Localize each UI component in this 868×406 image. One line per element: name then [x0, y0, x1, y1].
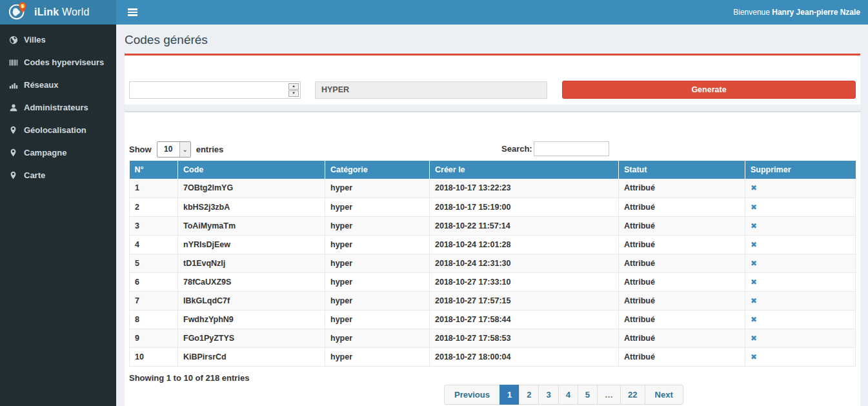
column-header-statut[interactable]: Statut — [619, 161, 745, 179]
sidebar-item-villes[interactable]: Villes — [0, 28, 116, 51]
spinner-down-icon[interactable]: ▼ — [288, 90, 299, 97]
column-header-supprimer[interactable]: Supprimer — [745, 161, 856, 179]
cell-created: 2018-10-24 12:31:30 — [430, 254, 619, 272]
cell-status: Attribué — [619, 235, 745, 254]
cell-status: Attribué — [619, 272, 745, 291]
table-footer: Showing 1 to 10 of 218 entries Previous1… — [129, 373, 856, 383]
sidebar-item-geolocalisation[interactable]: Géolocalisation — [0, 119, 116, 141]
cell-delete: ✖ — [745, 179, 856, 198]
globe-icon — [9, 36, 24, 45]
page-size-select[interactable]: 10 ⌄ — [157, 141, 191, 157]
quantity-field[interactable] — [130, 82, 285, 98]
pagination-page-1-button[interactable]: 1 — [500, 385, 520, 405]
pagination: Previous12345…22Next — [444, 385, 683, 405]
sidebar-item-reseaux[interactable]: Réseaux — [0, 74, 116, 96]
cell-created: 2018-10-17 13:22:23 — [430, 179, 619, 198]
cell-category: hyper — [325, 179, 430, 198]
sidebar-item-label: Campagne — [24, 148, 66, 157]
cell-status: Attribué — [619, 329, 745, 347]
cell-number: 3 — [130, 216, 178, 235]
map-marker-icon — [9, 148, 24, 157]
search-input[interactable] — [534, 141, 609, 156]
number-spinner: ▲ ▼ — [288, 83, 299, 97]
cell-status: Attribué — [619, 179, 745, 198]
delete-icon[interactable]: ✖ — [751, 221, 757, 230]
pagination-page-2-button[interactable]: 2 — [519, 385, 539, 405]
delete-icon[interactable]: ✖ — [751, 296, 757, 305]
delete-icon[interactable]: ✖ — [751, 352, 757, 361]
cell-delete: ✖ — [745, 291, 856, 310]
cell-category: hyper — [325, 198, 430, 216]
brand-logo[interactable]: $ iLink World — [0, 0, 116, 25]
sidebar-item-label: Réseaux — [24, 80, 58, 90]
cell-delete: ✖ — [745, 235, 856, 254]
cell-delete: ✖ — [745, 329, 856, 347]
sidebar: $ iLink World VillesCodes hyperviseursRé… — [0, 0, 116, 406]
generate-button[interactable]: Generate — [562, 81, 856, 99]
cell-status: Attribué — [619, 216, 745, 235]
delete-icon[interactable]: ✖ — [751, 203, 757, 212]
pagination-page-5-button[interactable]: 5 — [578, 385, 598, 405]
cell-number: 5 — [130, 254, 178, 272]
delete-icon[interactable]: ✖ — [751, 240, 757, 249]
cell-created: 2018-10-27 17:57:15 — [430, 291, 619, 310]
sidebar-item-codes-hyperviseurs[interactable]: Codes hyperviseurs — [0, 51, 116, 74]
sidebar-item-label: Carte — [24, 170, 45, 180]
search-label: Search: — [501, 144, 532, 154]
cell-status: Attribué — [619, 254, 745, 272]
cell-code: ToAiMymaTm — [178, 216, 325, 235]
cell-status: Attribué — [619, 198, 745, 216]
cell-created: 2018-10-22 11:57:14 — [430, 216, 619, 235]
category-input — [315, 81, 547, 99]
column-header-code[interactable]: Code — [178, 161, 325, 179]
pagination-next-button[interactable]: Next — [645, 385, 683, 405]
sidebar-item-label: Géolocalisation — [24, 125, 86, 135]
column-header-n[interactable]: N° — [130, 161, 178, 179]
sidebar-toggle-button[interactable] — [125, 5, 140, 19]
pagination-ellipsis: … — [597, 385, 621, 405]
entries-label: entries — [196, 145, 224, 154]
cell-number: 1 — [130, 179, 178, 198]
sidebar-item-label: Villes — [24, 35, 46, 45]
spinner-up-icon[interactable]: ▲ — [288, 83, 299, 90]
column-header-creer-le[interactable]: Créer le — [430, 161, 619, 179]
cell-code: kbHS2j3zbA — [178, 198, 325, 216]
bar-chart-icon — [9, 81, 24, 90]
show-label: Show — [129, 145, 152, 154]
delete-icon[interactable]: ✖ — [751, 259, 757, 268]
table-row: 10KiBPirsrCdhyper2018-10-27 18:00:04Attr… — [130, 347, 856, 366]
cell-created: 2018-10-17 15:19:00 — [430, 198, 619, 216]
pagination-page-4-button[interactable]: 4 — [558, 385, 578, 405]
table-row: 2kbHS2j3zbAhyper2018-10-17 15:19:00Attri… — [130, 198, 856, 216]
svg-text:$: $ — [21, 4, 24, 9]
sidebar-menu: VillesCodes hyperviseursRéseauxAdministr… — [0, 25, 116, 187]
delete-icon[interactable]: ✖ — [751, 334, 757, 343]
cell-category: hyper — [325, 347, 430, 366]
codes-table-panel: Show 10 ⌄ entries Search: — [125, 111, 860, 406]
cell-category: hyper — [325, 235, 430, 254]
pagination-page-22-button[interactable]: 22 — [620, 385, 645, 405]
pagination-previous-button[interactable]: Previous — [444, 385, 500, 405]
delete-icon[interactable]: ✖ — [751, 183, 757, 192]
cell-number: 4 — [130, 235, 178, 254]
cell-code: 78fCaUXZ9S — [178, 272, 325, 291]
cell-code: nYRIsDjEew — [178, 235, 325, 254]
sidebar-item-administrateurs[interactable]: Administrateurs — [0, 96, 116, 119]
table-row: 3ToAiMymaTmhyper2018-10-22 11:57:14Attri… — [130, 216, 856, 235]
cell-number: 7 — [130, 291, 178, 310]
quantity-input[interactable]: ▲ ▼ — [129, 81, 301, 99]
delete-icon[interactable]: ✖ — [751, 278, 757, 287]
content: Codes générés ▲ ▼ Generate — [116, 25, 868, 406]
table-row: 7IBkGLqdC7fhyper2018-10-27 17:57:15Attri… — [130, 291, 856, 310]
delete-icon[interactable]: ✖ — [751, 315, 757, 324]
sidebar-item-carte[interactable]: Carte — [0, 164, 116, 187]
cell-number: 9 — [130, 329, 178, 347]
cell-number: 8 — [130, 310, 178, 329]
sidebar-item-campagne[interactable]: Campagne — [0, 141, 116, 164]
cell-category: hyper — [325, 291, 430, 310]
page-title: Codes générés — [125, 33, 860, 47]
cell-category: hyper — [325, 310, 430, 329]
column-header-categorie[interactable]: Catégorie — [325, 161, 430, 179]
pagination-page-3-button[interactable]: 3 — [538, 385, 558, 405]
cell-category: hyper — [325, 216, 430, 235]
